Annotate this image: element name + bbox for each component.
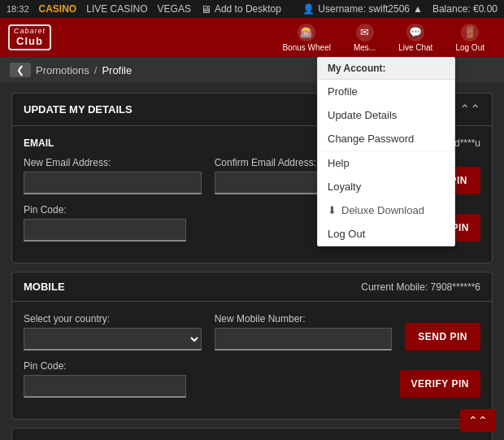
mobile-pin-input[interactable] [24,375,186,398]
log-out-btn[interactable]: 🚪 Log Out [444,20,496,55]
new-email-group: New Email Address: [24,157,202,194]
dropdown-profile[interactable]: Profile [318,80,454,103]
country-select[interactable] [24,328,202,351]
chevron-up-icon: ▲ [413,3,423,15]
new-email-input[interactable] [24,172,202,194]
current-mobile-display: Current Mobile: 7908******6 [361,281,480,293]
new-mobile-label: New Mobile Number: [215,313,393,325]
select-country-label: Select your country: [24,313,202,325]
bonus-wheel-btn[interactable]: 🎰 Bonus Wheel [271,20,341,55]
download-icon: ⬇ [328,204,337,216]
upload-documents-section: Upload My Documents ⌄⌄ [11,428,493,440]
dropdown-header: My Account: [318,58,454,80]
update-details-toggle[interactable]: ⌃⌃ [459,102,480,117]
email-pin-label: Pin Code: [24,204,186,216]
logo[interactable]: Cabaret Club [8,24,51,50]
top-nav-right: 👤 Username: swift2506 ▲ Balance: €0.00 [302,3,497,15]
mobile-verify-pin-button[interactable]: VERIFY PIN [400,370,480,398]
new-email-label: New Email Address: [24,157,202,168]
clock: 18:32 [7,4,29,14]
dropdown-deluxe-download[interactable]: ⬇ Deluxe Download [318,198,454,222]
breadcrumb-current-page: Profile [102,64,132,76]
mobile-header: MOBILE Current Mobile: 7908******6 [12,272,492,302]
mobile-section: MOBILE Current Mobile: 7908******6 Selec… [11,272,493,420]
back-button[interactable]: ❮ [10,63,31,77]
bonus-wheel-icon: 🎰 [298,24,315,41]
vegas-nav-link[interactable]: VEGAS [158,3,191,15]
dropdown-loyalty[interactable]: Loyalty [318,175,454,198]
messages-btn[interactable]: ✉ Mes... [342,20,387,55]
breadcrumb-separator: / [94,64,98,76]
log-out-icon: 🚪 [461,24,479,41]
mobile-pin-label: Pin Code: [24,360,186,372]
update-details-title: Update My Details [24,103,133,115]
live-chat-icon: 💬 [406,24,424,41]
balance-display: Balance: €0.00 [432,3,497,15]
dropdown-update-details[interactable]: Update Details [318,103,454,127]
dropdown-change-password[interactable]: Change Password [318,127,454,150]
breadcrumb-promotions[interactable]: Promotions [36,64,89,76]
upload-documents-header[interactable]: Upload My Documents ⌄⌄ [12,429,492,440]
live-chat-btn[interactable]: 💬 Live Chat [387,20,444,55]
live-casino-nav-link[interactable]: LIVE CASINO [86,3,147,15]
messages-icon: ✉ [356,24,374,41]
new-mobile-input[interactable] [215,328,393,351]
select-country-group: Select your country: [24,313,202,351]
mobile-body: Select your country: New Mobile Number: … [12,302,492,419]
mobile-section-title: MOBILE [24,281,65,293]
new-mobile-group: New Mobile Number: [215,313,393,351]
add-to-desktop-btn[interactable]: 🖥 Add to Desktop [201,3,281,15]
main-navigation: Cabaret Club 🎰 Bonus Wheel ✉ Mes... 💬 Li… [0,18,504,57]
mobile-pin-group: Pin Code: [24,360,186,398]
account-dropdown-menu: My Account: Profile Update Details Chang… [317,57,455,246]
mobile-pin-row: Pin Code: VERIFY PIN [24,360,480,398]
username-dropdown-btn[interactable]: 👤 Username: swift2506 ▲ [302,3,423,15]
user-icon: 👤 [302,3,315,15]
monitor-icon: 🖥 [201,3,211,15]
dropdown-help[interactable]: Help [318,151,454,175]
casino-nav-link[interactable]: CASINO [39,3,77,15]
mobile-send-pin-button[interactable]: SEND PIN [405,323,480,351]
mobile-inputs-row: Select your country: New Mobile Number: … [24,313,480,351]
scroll-to-top-button[interactable]: ⌃⌃ [460,409,496,432]
logo-main-text: Club [14,36,46,47]
email-section-label: EMAIL [24,137,54,149]
back-icon: ❮ [16,64,24,76]
dropdown-logout[interactable]: Log Out [318,222,454,246]
email-pin-input[interactable] [24,219,186,242]
email-pin-group: Pin Code: [24,204,186,242]
top-navigation: 18:32 CASINO LIVE CASINO VEGAS 🖥 Add to … [0,0,504,18]
